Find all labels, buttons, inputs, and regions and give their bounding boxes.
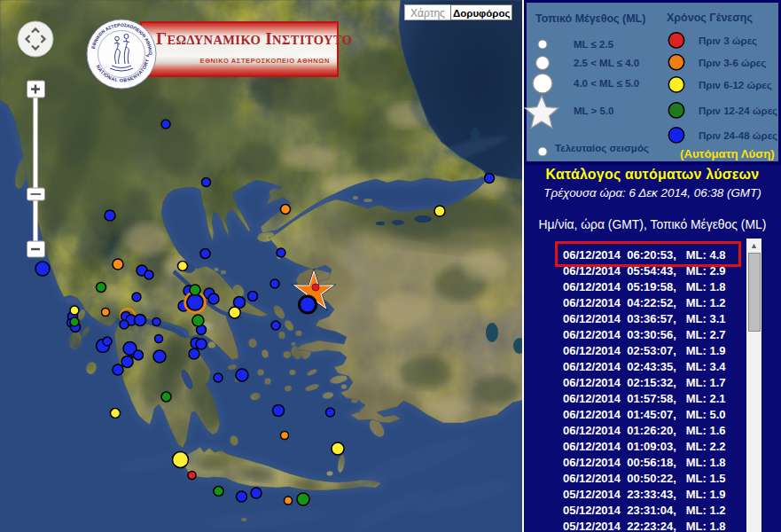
svg-text:Πριν 3 ώρες: Πριν 3 ώρες: [699, 35, 757, 47]
svg-text:ML > 5.0: ML > 5.0: [574, 106, 614, 116]
svg-text:Πριν 12-24 ώρες: Πριν 12-24 ώρες: [699, 106, 777, 117]
svg-text:Τελευταίος σεισμός: Τελευταίος σεισμός: [555, 143, 649, 154]
svg-text:Τοπικό Μέγεθος (ML): Τοπικό Μέγεθος (ML): [535, 12, 645, 25]
svg-text:4.0 < ML ≤ 5.0: 4.0 < ML ≤ 5.0: [574, 78, 639, 89]
svg-text:Πριν 24-48 ώρες: Πριν 24-48 ώρες: [699, 130, 777, 142]
svg-text:Πριν 6-12 ώρες: Πριν 6-12 ώρες: [699, 80, 772, 91]
svg-text:(Αυτόματη Λύση): (Αυτόματη Λύση): [680, 147, 775, 160]
svg-text:2.5 < ML ≤ 4.0: 2.5 < ML ≤ 4.0: [574, 58, 639, 68]
svg-text:ML ≤ 2.5: ML ≤ 2.5: [574, 39, 614, 50]
svg-text:Πριν 3-6 ώρες: Πριν 3-6 ώρες: [699, 58, 766, 69]
svg-text:Χρόνος Γένεσης: Χρόνος Γένεσης: [667, 12, 753, 24]
